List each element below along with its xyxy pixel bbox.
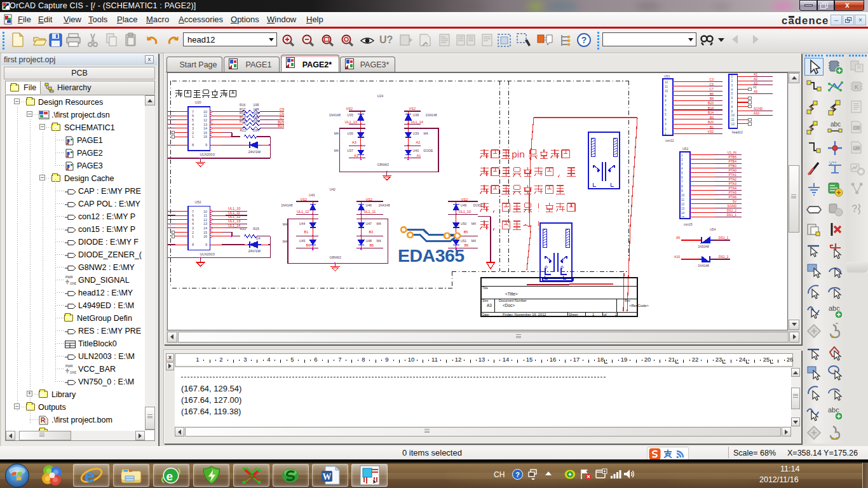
svg-text:U50: U50 [461,222,467,226]
svg-text:A10: A10 [754,111,759,115]
svg-text:R21: R21 [240,128,247,132]
svg-text:B5: B5 [464,230,468,234]
svg-text:4: 4 [731,88,733,92]
svg-text:M4: M4 [471,222,476,226]
svg-text:9: 9 [665,95,667,98]
svg-text:G8NW2: G8NW2 [377,163,390,166]
svg-text:PTB5: PTB5 [728,155,736,159]
svg-text:DS1_1: DS1_1 [727,213,737,217]
svg-text:head12: head12 [732,130,743,134]
svg-text:U38: U38 [413,113,419,117]
svg-text:PTB0: PTB0 [728,164,736,168]
svg-text:1: 1 [681,154,683,157]
svg-text:5: 5 [192,218,194,222]
svg-text:1: 1 [192,135,194,139]
svg-text:R16: R16 [240,103,246,107]
svg-text:A1: A1 [417,154,421,158]
svg-text:15: 15 [681,216,685,219]
svg-text:Document Number: Document Number [499,299,527,302]
svg-text:U24: U24 [377,94,384,98]
svg-text:CR: CR [853,126,860,130]
svg-text:10R: 10R [253,116,259,119]
svg-text:5V: 5V [733,200,737,203]
svg-text:1N4148: 1N4148 [378,203,390,207]
svg-text:U39: U39 [413,132,419,135]
svg-text:U46: U46 [365,203,372,207]
svg-text:SGND: SGND [728,204,737,208]
svg-text:U51: U51 [461,239,467,243]
svg-text:VS2: VS2 [301,198,307,201]
svg-text:e: e [85,466,95,486]
svg-text:16: 16 [203,234,207,238]
svg-text:10: 10 [731,114,735,117]
svg-text:5: 5 [192,118,194,122]
svg-text:10R: 10R [253,119,259,123]
svg-text:6: 6 [192,114,194,118]
svg-text:12: 12 [203,118,207,122]
svg-text:Rev: Rev [625,299,630,302]
svg-text:PTA4: PTA4 [729,186,736,190]
svg-text:14: 14 [203,226,207,230]
svg-text:U40: U40 [413,149,419,152]
svg-text:2: 2 [731,79,733,83]
svg-text:B20: B20 [708,120,714,124]
svg-text:7: 7 [192,110,194,114]
svg-text:1: 1 [192,234,194,238]
svg-text:M4: M4 [334,149,339,152]
svg-text:U52: U52 [682,147,688,151]
svg-text:M4: M4 [376,222,381,226]
svg-text:5: 5 [681,172,683,175]
svg-text:C9: C9 [280,107,284,111]
svg-text:K: K [855,84,858,90]
svg-text:PTA6: PTA6 [729,195,736,199]
svg-text:4: 4 [192,123,194,126]
svg-text:PTA3: PTA3 [729,182,736,186]
svg-text:R17: R17 [240,107,246,111]
svg-text:3: 3 [192,226,194,230]
svg-text:Sheet: Sheet [569,313,578,316]
svg-text:A3: A3 [754,81,757,85]
svg-text:A3: A3 [352,140,356,144]
svg-text:G8NW2: G8NW2 [329,255,341,259]
svg-text:A5: A5 [754,90,757,93]
svg-text:of: of [604,313,607,316]
svg-text:13: 13 [203,222,207,226]
svg-text:12: 12 [731,123,735,126]
svg-text:13: 13 [203,123,207,126]
svg-text:Size: Size [482,299,489,302]
svg-text:VS2: VS2 [409,107,416,111]
svg-text:11: 11 [665,85,668,88]
svg-text:5: 5 [665,113,667,116]
svg-text:8: 8 [665,99,667,102]
svg-text:DS2_2: DS2_2 [727,208,737,212]
svg-text:3: 3 [731,84,733,87]
svg-text:10R: 10R [253,111,259,115]
svg-text:A1: A1 [354,154,358,158]
svg-text:U37: U37 [347,149,353,152]
svg-text:<RevCode>: <RevCode> [629,304,649,308]
svg-text:UL1_10: UL1_10 [459,210,471,214]
svg-text:4: 4 [192,222,194,226]
svg-text:W: W [323,472,332,482]
svg-text:24V/1W: 24V/1W [248,150,261,154]
svg-text:UL1_10: UL1_10 [228,207,240,210]
svg-text:24V/1W: 24V/1W [248,249,261,253]
svg-text:12: 12 [681,203,685,206]
svg-text:8: 8 [731,105,733,109]
svg-text:EDA365: EDA365 [398,245,465,266]
svg-text:A10: A10 [674,255,680,259]
svg-text:M4: M4 [283,240,287,243]
svg-text:R25: R25 [253,227,259,231]
svg-text:12: 12 [665,81,668,84]
svg-text:1N4148: 1N4148 [426,113,437,117]
svg-text:11: 11 [681,198,684,201]
svg-text:M4: M4 [471,239,476,243]
svg-text:?: ? [515,471,520,478]
svg-text:14: 14 [203,126,207,130]
svg-text:U47: U47 [365,222,372,226]
svg-text:VS2: VS2 [366,198,372,201]
svg-text:PTA5: PTA5 [729,191,736,194]
svg-text:U54: U54 [710,227,715,231]
svg-text:U35: U35 [347,113,353,117]
svg-text:U45: U45 [299,239,306,243]
